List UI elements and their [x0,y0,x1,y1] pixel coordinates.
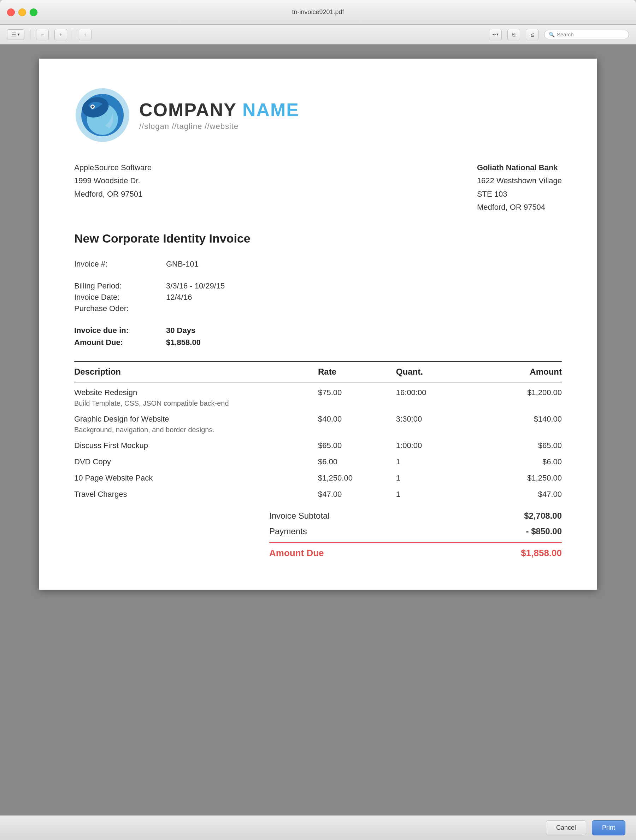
view-button[interactable]: ☰ ▾ [7,29,24,40]
table-row: DVD Copy $6.00 1 $6.00 [74,452,562,469]
row-amount: $47.00 [479,485,562,501]
to-name: Goliath National Bank [477,161,562,174]
row-rate: $6.00 [318,452,396,469]
subtotal-block: Invoice Subtotal $2,708.00 Payments - $8… [269,508,562,561]
close-button[interactable] [7,8,15,16]
invoice-meta: Invoice #: GNB-101 Billing Period: 3/3/1… [74,259,562,347]
print-toolbar-button[interactable]: 🖨 [526,29,538,40]
from-address: AppleSource Software 1999 Woodside Dr. M… [74,161,152,214]
row-description: 10 Page Website Pack [74,469,318,485]
name-word: NAME [242,99,299,120]
zoom-out-button[interactable]: − [36,29,49,40]
company-logo [74,87,131,143]
due-in-row: Invoice due in: 30 Days [74,326,562,335]
row-quantity: 1 [396,485,479,501]
titlebar: tn-invoice9201.pdf [0,0,636,25]
meta-spacer-2 [74,315,562,326]
row-amount: $1,200.00 [479,382,562,399]
cancel-button[interactable]: Cancel [546,820,586,835]
payments-label: Payments [269,526,307,536]
company-tagline: //slogan //tagline //website [139,122,299,131]
amount-due-summary-value: $1,858.00 [166,338,201,347]
zoom-in-icon: + [59,32,62,38]
amount-due-label: Amount Due [269,548,324,559]
view-icon: ☰ [12,32,16,38]
row-sub-description: Background, navigation, and border desig… [74,426,562,436]
payments-row: Payments - $850.00 [269,524,562,539]
window-title: tn-invoice9201.pdf [292,8,344,16]
search-box[interactable]: 🔍 [544,30,629,39]
row-rate: $65.00 [318,436,396,452]
due-in-label: Invoice due in: [74,326,166,335]
amount-due-row: Amount Due $1,858.00 [269,542,562,561]
purchase-order-label: Purchase Oder: [74,304,166,313]
subtotal-section: Invoice Subtotal $2,708.00 Payments - $8… [74,508,562,561]
invoice-date-value: 12/4/16 [166,293,192,302]
invoice-header: COMPANY NAME //slogan //tagline //websit… [74,87,562,143]
invoice-table: Description Rate Quant. Amount Website R… [74,361,562,501]
company-name-block: COMPANY NAME //slogan //tagline //websit… [139,99,299,131]
row-rate: $75.00 [318,382,396,399]
row-description: Graphic Design for Website [74,410,318,426]
minimize-button[interactable] [18,8,26,16]
meta-spacer-1 [74,271,562,281]
to-address1: 1622 Westshown Village [477,174,562,187]
pen-chevron: ▾ [497,32,498,37]
billing-period-value: 3/3/16 - 10/29/15 [166,281,225,291]
to-address2: STE 103 [477,188,562,201]
header-description: Description [74,362,318,382]
pdf-scroll-area: COMPANY NAME //slogan //tagline //websit… [0,44,636,815]
row-description: DVD Copy [74,452,318,469]
amount-due-value: $1,858.00 [521,548,562,559]
row-sub-description: Build Template, CSS, JSON compatible bac… [74,399,562,410]
invoice-date-label: Invoice Date: [74,293,166,302]
payments-value: - $850.00 [526,526,562,536]
to-address3: Medford, OR 97504 [477,201,562,214]
table-header: Description Rate Quant. Amount [74,362,562,382]
invoice-title: New Corporate Identity Invoice [74,232,562,245]
table-sub-row: Background, navigation, and border desig… [74,426,562,436]
row-quantity: 1 [396,452,479,469]
main-window: tn-invoice9201.pdf ☰ ▾ − + ↑ ✒ ▾ ⎘ 🖨 [0,0,636,840]
table-row: Travel Charges $47.00 1 $47.00 [74,485,562,501]
row-quantity: 1:00:00 [396,436,479,452]
subtotal-row: Invoice Subtotal $2,708.00 [269,508,562,524]
print-button[interactable]: Print [592,820,625,835]
fullscreen-button[interactable] [30,8,38,16]
from-address1: 1999 Woodside Dr. [74,174,152,187]
search-input[interactable] [557,32,620,38]
traffic-lights [7,8,38,16]
row-amount: $6.00 [479,452,562,469]
row-description: Discuss First Mockup [74,436,318,452]
from-name: AppleSource Software [74,161,152,174]
table-row: Discuss First Mockup $65.00 1:00:00 $65.… [74,436,562,452]
share-icon: ↑ [84,32,87,38]
company-name-row: COMPANY NAME [139,99,299,120]
company-word: COMPANY [139,99,237,120]
table-body: Website Redesign $75.00 16:00:00 $1,200.… [74,382,562,501]
header-amount: Amount [479,362,562,382]
invoice-number-label: Invoice #: [74,259,166,269]
invoice-number-row: Invoice #: GNB-101 [74,259,562,269]
addresses-row: AppleSource Software 1999 Woodside Dr. M… [74,161,562,214]
row-amount: $65.00 [479,436,562,452]
amount-due-summary-row: Amount Due: $1,858.00 [74,338,562,347]
row-description: Website Redesign [74,382,318,399]
subtotal-label: Invoice Subtotal [269,511,330,521]
zoom-in-button[interactable]: + [54,29,67,40]
toolbar-separator-2 [73,30,73,39]
toolbar-separator-1 [30,30,30,39]
table-row: 10 Page Website Pack $1,250.00 1 $1,250.… [74,469,562,485]
pen-button[interactable]: ✒ ▾ [489,29,502,40]
purchase-order-row: Purchase Oder: [74,304,562,313]
to-address: Goliath National Bank 1622 Westshown Vil… [477,161,562,214]
table-row: Graphic Design for Website $40.00 3:30:0… [74,410,562,426]
due-in-value: 30 Days [166,326,195,335]
row-description: Travel Charges [74,485,318,501]
share-button[interactable]: ↑ [79,29,92,40]
bottom-bar: Cancel Print [0,815,636,840]
copy-button[interactable]: ⎘ [507,29,520,40]
table-row: Website Redesign $75.00 16:00:00 $1,200.… [74,382,562,399]
row-quantity: 1 [396,469,479,485]
zoom-out-icon: − [41,32,44,38]
